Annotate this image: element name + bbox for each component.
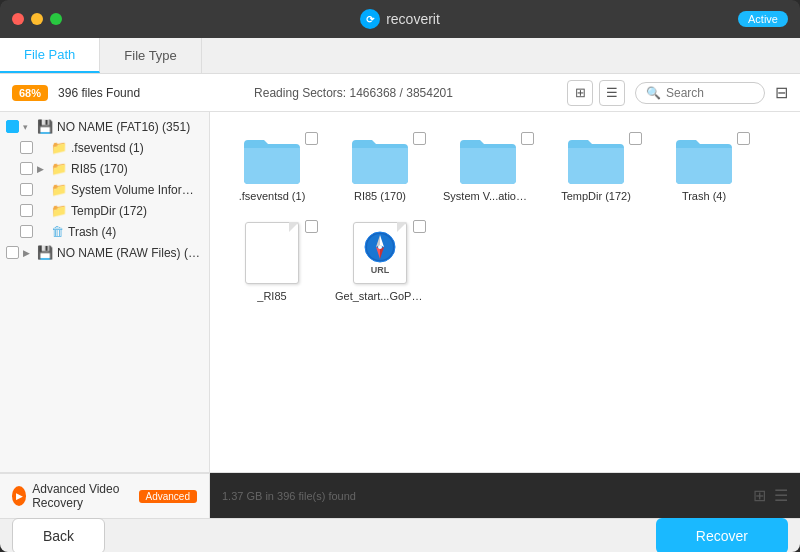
folder-icon: 📁 — [51, 182, 67, 197]
app-logo: ⟳ recoverit — [360, 9, 440, 29]
sidebar-item-label: Trash (4) — [68, 225, 203, 239]
list-view-button[interactable]: ☰ — [599, 80, 625, 106]
folder-icon-svg — [242, 134, 302, 186]
advanced-badge: Advanced — [139, 490, 197, 503]
svg-point-6 — [378, 245, 382, 249]
drive-icon: 💾 — [37, 245, 53, 260]
status-text: 1.37 GB in 396 file(s) found — [222, 490, 356, 502]
file-label: TempDir (172) — [561, 190, 631, 202]
sidebar-item-label: .fseventsd (1) — [71, 141, 203, 155]
logo-icon: ⟳ — [360, 9, 380, 29]
back-button[interactable]: Back — [12, 518, 105, 553]
folder-icon: 📁 — [51, 161, 67, 176]
view-toggle-buttons: ⊞ ☰ — [567, 80, 625, 106]
main-wrapper: File Path File Type 68% 396 files Found … — [0, 38, 800, 552]
sidebar-item-label: NO NAME (RAW Files) (45) — [57, 246, 203, 260]
file-item[interactable]: System V...ation (2) — [438, 128, 538, 208]
doc-fold — [289, 222, 299, 232]
file-grid: .fseventsd (1) RI85 (170) — [222, 128, 788, 308]
app-title: recoverit — [386, 11, 440, 27]
folder-icon-svg — [458, 134, 518, 186]
progress-badge: 68% — [12, 85, 48, 101]
file-item[interactable]: TempDir (172) — [546, 128, 646, 208]
compass-svg — [364, 231, 396, 263]
tab-file-path[interactable]: File Path — [0, 38, 100, 73]
sidebar-item-trash[interactable]: 🗑 Trash (4) — [0, 221, 209, 242]
sidebar-checkbox[interactable] — [20, 162, 33, 175]
sidebar-item-label: TempDir (172) — [71, 204, 203, 218]
file-checkbox[interactable] — [305, 132, 318, 145]
url-text-label: URL — [371, 265, 390, 275]
tab-bar: File Path File Type — [0, 38, 800, 74]
recover-button[interactable]: Recover — [656, 518, 788, 553]
list-view-icon[interactable]: ☰ — [774, 486, 788, 505]
expand-arrow: ▶ — [23, 248, 35, 258]
advanced-video-section: ▶ Advanced Video Recovery Advanced — [12, 482, 197, 510]
sidebar-item-fseventsd[interactable]: 📁 .fseventsd (1) — [0, 137, 209, 158]
folder-icon-svg — [674, 134, 734, 186]
title-bar: ⟳ recoverit Active — [0, 0, 800, 38]
filter-icon[interactable]: ⊟ — [775, 83, 788, 102]
search-input[interactable] — [666, 86, 756, 100]
maximize-button[interactable] — [50, 13, 62, 25]
grid-view-button[interactable]: ⊞ — [567, 80, 593, 106]
view-icons: ⊞ ☰ — [753, 486, 788, 505]
doc-fold — [397, 222, 407, 232]
sidebar-item-no-name-fat16[interactable]: ▾ 💾 NO NAME (FAT16) (351) — [0, 116, 209, 137]
sidebar-checkbox[interactable] — [6, 246, 19, 259]
file-item[interactable]: URL Get_start...GoPro.url — [330, 216, 430, 308]
folder-icon: 🗑 — [51, 224, 64, 239]
sidebar-checkbox[interactable] — [20, 225, 33, 238]
sidebar-item-ri85[interactable]: ▶ 📁 RI85 (170) — [0, 158, 209, 179]
expand-arrow: ▶ — [37, 164, 49, 174]
search-box: 🔍 — [635, 82, 765, 104]
file-label: RI85 (170) — [354, 190, 406, 202]
sidebar-item-label: System Volume Information ( — [71, 183, 203, 197]
sidebar-item-no-name-raw[interactable]: ▶ 💾 NO NAME (RAW Files) (45) — [0, 242, 209, 263]
sidebar-checkbox[interactable] — [20, 183, 33, 196]
drive-icon: 💾 — [37, 119, 53, 134]
traffic-lights — [12, 13, 62, 25]
file-checkbox[interactable] — [305, 220, 318, 233]
grid-view-icon[interactable]: ⊞ — [753, 486, 766, 505]
sidebar-item-system-volume[interactable]: 📁 System Volume Information ( — [0, 179, 209, 200]
content-area: ▾ 💾 NO NAME (FAT16) (351) 📁 .fseventsd (… — [0, 112, 800, 472]
folder-icon-svg — [566, 134, 626, 186]
file-checkbox[interactable] — [629, 132, 642, 145]
file-item[interactable]: Trash (4) — [654, 128, 754, 208]
file-item[interactable]: _RI85 — [222, 216, 322, 308]
file-label: Get_start...GoPro.url — [335, 290, 425, 302]
sidebar-checkbox[interactable] — [20, 204, 33, 217]
active-badge: Active — [738, 11, 788, 27]
status-bar: 1.37 GB in 396 file(s) found ⊞ ☰ — [210, 473, 800, 518]
file-label: .fseventsd (1) — [239, 190, 306, 202]
close-button[interactable] — [12, 13, 24, 25]
file-label: Trash (4) — [682, 190, 726, 202]
file-label: System V...ation (2) — [443, 190, 533, 202]
file-checkbox[interactable] — [737, 132, 750, 145]
folder-icon-svg — [350, 134, 410, 186]
file-area: .fseventsd (1) RI85 (170) — [210, 112, 800, 472]
tab-file-type[interactable]: File Type — [100, 38, 202, 73]
expand-arrow: ▾ — [23, 122, 35, 132]
url-file-icon: URL — [350, 222, 410, 286]
file-item[interactable]: .fseventsd (1) — [222, 128, 322, 208]
sidebar-checkbox[interactable] — [6, 120, 19, 133]
file-item[interactable]: RI85 (170) — [330, 128, 430, 208]
sidebar: ▾ 💾 NO NAME (FAT16) (351) 📁 .fseventsd (… — [0, 112, 210, 472]
reading-sectors-label: Reading Sectors: 1466368 / 3854201 — [150, 86, 557, 100]
sidebar-checkbox[interactable] — [20, 141, 33, 154]
document-icon — [242, 222, 302, 286]
action-bar: Back Recover — [0, 518, 800, 552]
file-checkbox[interactable] — [413, 220, 426, 233]
folder-icon: 📁 — [51, 140, 67, 155]
sidebar-item-label: NO NAME (FAT16) (351) — [57, 120, 203, 134]
bottom-section: ▶ Advanced Video Recovery Advanced 1.37 … — [0, 472, 800, 518]
advanced-video-icon: ▶ — [12, 486, 26, 506]
file-checkbox[interactable] — [521, 132, 534, 145]
file-checkbox[interactable] — [413, 132, 426, 145]
toolbar: 68% 396 files Found Reading Sectors: 146… — [0, 74, 800, 112]
advanced-video-label: Advanced Video Recovery — [32, 482, 132, 510]
minimize-button[interactable] — [31, 13, 43, 25]
sidebar-item-tempdir[interactable]: 📁 TempDir (172) — [0, 200, 209, 221]
